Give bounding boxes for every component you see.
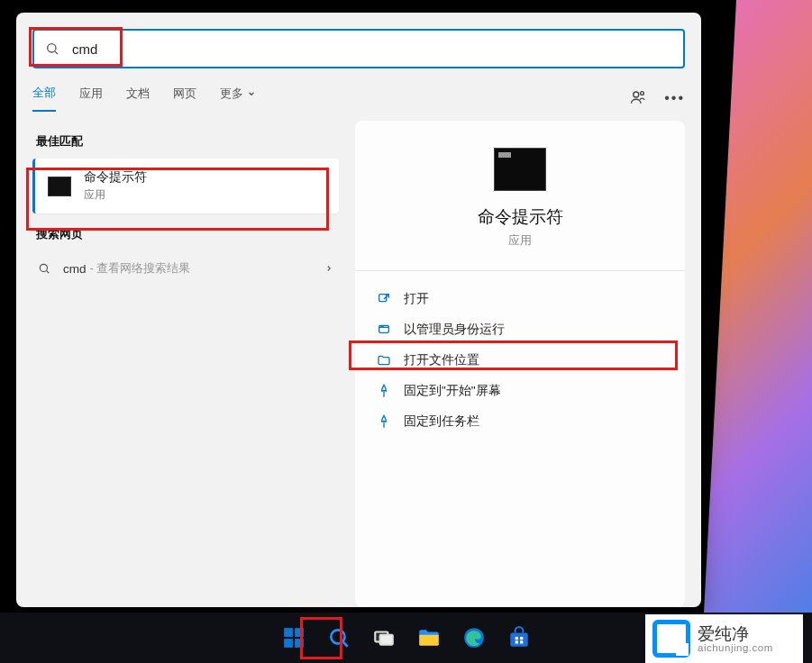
best-match-subtitle: 应用 [84,187,147,203]
action-run-as-admin[interactable]: 以管理员身份运行 [371,314,669,345]
watermark-url: aichunjing.com [698,642,773,653]
folder-icon [377,353,391,368]
store-icon [507,626,531,649]
tab-apps[interactable]: 应用 [79,86,103,111]
svg-point-16 [331,630,344,643]
tab-all[interactable]: 全部 [32,85,56,112]
best-match-title: 命令提示符 [84,169,147,186]
store-button[interactable] [499,618,539,658]
file-explorer-icon [417,626,441,649]
tab-web[interactable]: 网页 [173,86,196,111]
pin-icon [377,384,391,398]
svg-line-5 [47,271,50,274]
svg-rect-13 [295,628,304,637]
action-pin-start[interactable]: 固定到"开始"屏幕 [371,376,669,406]
chevron-down-icon [247,89,256,98]
svg-point-2 [634,92,639,97]
chevron-right-icon [324,262,333,276]
search-icon [38,262,50,275]
action-open[interactable]: 打开 [371,284,669,314]
svg-rect-25 [515,640,517,643]
watermark-logo [652,620,690,658]
start-button[interactable] [274,618,314,658]
svg-rect-7 [379,325,389,332]
divider [355,270,685,271]
detail-title: 命令提示符 [371,205,669,229]
search-filter-tabs: 全部 应用 文档 网页 更多 ••• [32,85,685,112]
results-column: 最佳匹配 命令提示符 应用 搜索网页 cmd - 查看网络搜索结果 [32,121,339,607]
action-pin-taskbar[interactable]: 固定到任务栏 [371,406,669,437]
svg-point-0 [48,44,56,52]
svg-rect-20 [419,635,439,646]
account-icon[interactable] [630,89,646,108]
svg-rect-24 [520,637,523,640]
best-match-label: 最佳匹配 [36,133,339,150]
edge-button[interactable] [454,618,494,658]
shield-icon [377,322,391,337]
pin-icon [377,414,391,429]
action-open-location[interactable]: 打开文件位置 [371,345,669,376]
search-input[interactable] [72,41,672,57]
file-explorer-button[interactable] [409,618,449,658]
action-list: 打开 以管理员身份运行 打开文件位置 固定到"开始"屏幕 固定到任务栏 [371,284,669,437]
result-detail-pane: 命令提示符 应用 打开 以管理员身份运行 打开文件位置 固定到 [355,121,685,607]
task-view-button[interactable] [364,618,404,658]
detail-subtitle: 应用 [371,232,669,249]
svg-rect-19 [379,635,392,645]
source-watermark: 爱纯净 aichunjing.com [645,614,803,663]
search-icon [45,41,59,56]
best-match-result[interactable]: 命令提示符 应用 [32,159,339,213]
task-view-icon [372,626,396,649]
open-icon [377,292,391,306]
start-icon [282,626,306,649]
taskbar-search-button[interactable] [319,618,359,658]
search-icon [327,626,351,649]
svg-rect-26 [520,640,523,643]
web-search-result[interactable]: cmd - 查看网络搜索结果 [32,251,339,286]
svg-point-3 [641,91,644,95]
svg-line-1 [55,51,58,54]
tab-more[interactable]: 更多 [220,86,256,111]
svg-rect-14 [284,639,293,648]
web-search-label: 搜索网页 [36,226,339,242]
svg-point-9 [382,326,383,327]
tab-documents[interactable]: 文档 [126,86,150,111]
svg-rect-22 [510,633,528,647]
svg-line-17 [343,642,348,647]
svg-rect-15 [295,639,304,648]
terminal-icon [48,177,71,196]
web-search-query: cmd [63,262,87,276]
search-input-container[interactable] [32,29,685,68]
desktop-wallpaper [704,0,812,613]
terminal-icon [494,148,546,191]
windows-search-panel: 全部 应用 文档 网页 更多 ••• 最佳匹配 命令提示符 应用 [16,13,701,607]
web-search-desc: - 查看网络搜索结果 [90,260,191,277]
svg-point-4 [40,264,47,271]
more-icon[interactable]: ••• [664,90,685,106]
svg-rect-12 [284,628,293,637]
svg-rect-23 [515,637,517,640]
edge-icon [462,626,486,649]
watermark-title: 爱纯净 [698,625,773,642]
